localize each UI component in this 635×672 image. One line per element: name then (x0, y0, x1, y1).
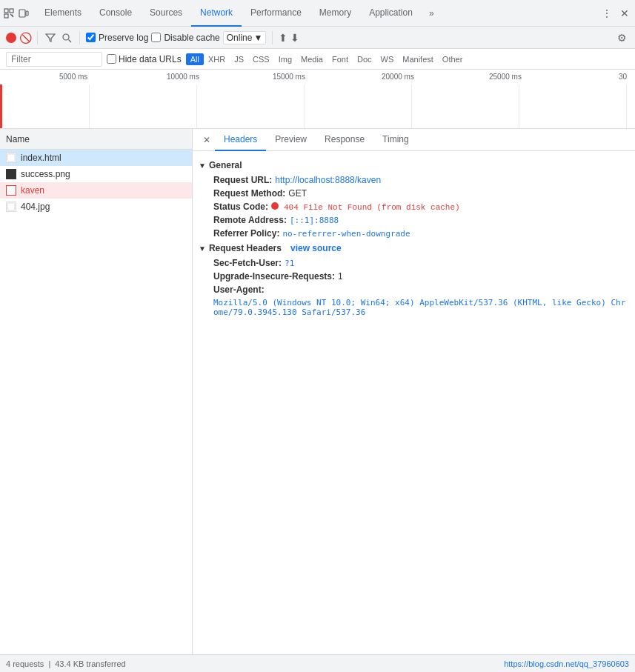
referrer-policy-label: Referrer Policy: (213, 228, 279, 239)
file-item-index-html[interactable]: index.html (0, 150, 192, 166)
filter-type-js[interactable]: JS (230, 53, 248, 65)
file-icon-img (6, 169, 16, 179)
disable-cache-checkbox[interactable]: Disable cache (151, 33, 219, 43)
tab-console[interactable]: Console (90, 0, 141, 27)
timeline-gridline-3 (304, 84, 305, 128)
user-agent-value: Mozilla/5.0 (Windows NT 10.0; Win64; x64… (213, 298, 629, 317)
tab-elements[interactable]: Elements (36, 0, 90, 27)
filter-type-all[interactable]: All (186, 53, 204, 65)
upgrade-insecure-row: Upgrade-Insecure-Requests: 1 (193, 270, 635, 283)
transferred-size: 43.4 KB transferred (55, 659, 125, 668)
sec-fetch-user-value: ?1 (285, 259, 294, 268)
user-agent-row: User-Agent: Mozilla/5.0 (Windows NT 10.0… (193, 283, 635, 319)
svg-rect-8 (7, 203, 15, 210)
filter-type-css[interactable]: CSS (248, 53, 274, 65)
svg-line-6 (69, 39, 72, 42)
filter-icon[interactable] (44, 31, 57, 44)
request-url-label: Request URL: (213, 175, 272, 185)
view-source-link[interactable]: view source (290, 243, 342, 253)
separator-1 (37, 31, 38, 44)
upload-icon[interactable]: ⬆ (279, 32, 287, 44)
filter-type-doc[interactable]: Doc (353, 53, 376, 65)
remote-address-label: Remote Address: (213, 215, 287, 225)
filter-type-xhr[interactable]: XHR (204, 53, 230, 65)
timeline[interactable]: 5000 ms 10000 ms 15000 ms 20000 ms 25000… (0, 70, 635, 129)
settings-icon[interactable]: ⚙ (614, 30, 629, 45)
close-devtools-icon[interactable]: ✕ (617, 6, 632, 21)
file-icon-error (6, 185, 16, 196)
details-close-button[interactable]: ✕ (199, 129, 215, 151)
watermark-url: https://blog.csdn.net/qq_37960603 (504, 659, 629, 668)
user-agent-label: User-Agent: (213, 285, 265, 295)
filter-type-media[interactable]: Media (296, 53, 328, 65)
timeline-gridline-5 (519, 84, 519, 128)
filter-types: All XHR JS CSS Img Media Font Doc WS Man… (186, 53, 468, 65)
clear-button[interactable]: 🚫 (19, 32, 31, 44)
download-icon[interactable]: ⬇ (290, 32, 299, 44)
sec-fetch-user-row: Sec-Fetch-User: ?1 (193, 256, 635, 270)
tab-memory[interactable]: Memory (310, 0, 360, 27)
preserve-log-checkbox[interactable]: Preserve log (86, 33, 148, 43)
filter-type-manifest[interactable]: Manifest (398, 53, 438, 65)
sec-fetch-user-label: Sec-Fetch-User: (213, 258, 282, 268)
tab-application[interactable]: Application (360, 0, 422, 27)
network-throttle-select[interactable]: Online ▼ (223, 31, 267, 44)
more-tabs-button[interactable]: » (425, 8, 439, 19)
request-method-label: Request Method: (213, 188, 285, 199)
details-tab-response[interactable]: Response (316, 129, 373, 151)
timeline-red-indicator (0, 84, 2, 128)
search-icon[interactable] (60, 31, 73, 44)
filter-type-ws[interactable]: WS (376, 53, 399, 65)
general-section-header[interactable]: ▼ General (193, 157, 635, 173)
details-tab-headers[interactable]: Headers (215, 129, 266, 151)
timeline-label-15000: 15000 ms (273, 73, 305, 81)
timeline-label-20000: 20000 ms (382, 73, 414, 81)
tab-bar: Elements Console Sources Network Perform… (0, 0, 635, 27)
file-item-404-jpg[interactable]: 404.jpg (0, 199, 192, 215)
timeline-label-25000: 25000 ms (489, 73, 522, 81)
referrer-policy-row: Referrer Policy: no-referrer-when-downgr… (193, 227, 635, 240)
remote-address-row: Remote Address: [::1]:8888 (193, 213, 635, 227)
timeline-label-5000: 5000 ms (59, 73, 87, 81)
details-tab-preview[interactable]: Preview (266, 129, 316, 151)
requests-count: 4 requests (6, 659, 44, 668)
hide-data-urls-checkbox[interactable]: Hide data URLs (107, 54, 182, 64)
tab-network[interactable]: Network (191, 0, 242, 27)
record-button[interactable] (6, 33, 16, 43)
filter-bar: Hide data URLs All XHR JS CSS Img Media … (0, 49, 635, 70)
upgrade-insecure-label: Upgrade-Insecure-Requests: (213, 271, 335, 282)
file-icon-jpg (6, 202, 16, 212)
details-tab-timing[interactable]: Timing (373, 129, 418, 151)
file-item-kaven[interactable]: kaven (0, 182, 192, 199)
svg-rect-1 (10, 9, 13, 13)
timeline-label-10000: 10000 ms (167, 73, 199, 81)
request-headers-section-header[interactable]: ▼ Request Headers view source (193, 240, 635, 256)
file-icon-html (6, 153, 16, 163)
filter-type-img[interactable]: Img (274, 53, 296, 65)
request-headers-triangle: ▼ (199, 244, 206, 253)
details-panel: ✕ Headers Preview Response Timing ▼ Gene… (193, 129, 635, 654)
filter-type-font[interactable]: Font (328, 53, 353, 65)
general-title: General (209, 160, 242, 170)
separator-3 (272, 31, 273, 44)
svg-point-5 (63, 34, 69, 40)
status-code-label: Status Code: (213, 202, 268, 212)
main-content: Name index.html success.png kaven (0, 129, 635, 654)
file-list-panel: Name index.html success.png kaven (0, 129, 193, 654)
status-error-dot (271, 202, 279, 210)
vertical-dots-icon[interactable]: ⋮ (599, 6, 614, 21)
filter-type-other[interactable]: Other (438, 53, 468, 65)
filter-input[interactable] (6, 52, 102, 67)
timeline-label-30: 30 (619, 73, 627, 81)
tab-sources[interactable]: Sources (141, 0, 191, 27)
tab-performance[interactable]: Performance (242, 0, 310, 27)
device-icon[interactable] (18, 7, 30, 19)
file-item-success-png[interactable]: success.png (0, 166, 192, 182)
status-code-value: 404 File Not Found (from disk cache) (284, 203, 460, 212)
status-code-row: Status Code: 404 File Not Found (from di… (193, 200, 635, 213)
file-list-header: Name (0, 129, 192, 150)
network-toolbar: 🚫 Preserve log Disable cache Online ▼ ⬆ … (0, 27, 635, 49)
details-content: ▼ General Request URL: http://localhost:… (193, 151, 635, 654)
request-url-value: http://localhost:8888/kaven (275, 175, 381, 185)
inspect-icon[interactable] (3, 7, 15, 19)
